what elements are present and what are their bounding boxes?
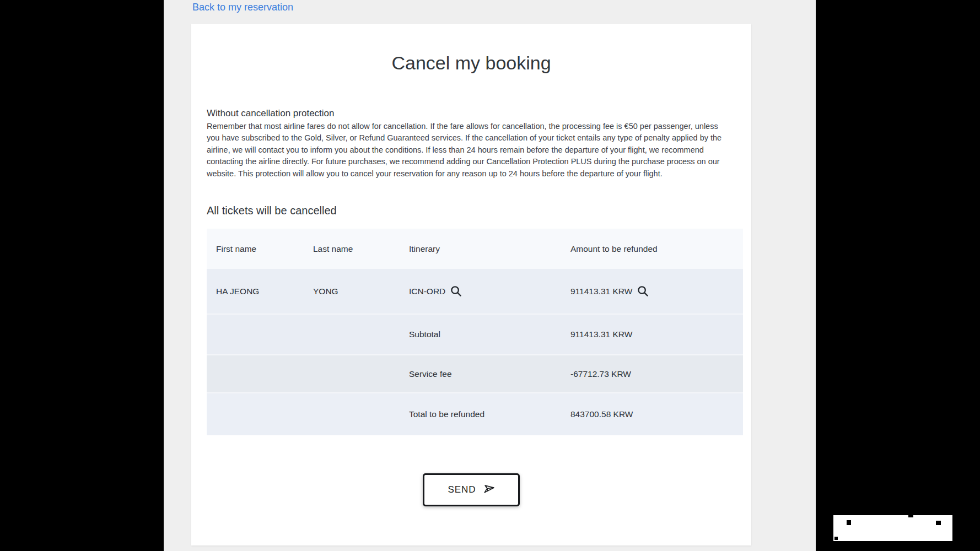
header-last-name: Last name — [313, 244, 409, 254]
refund-table: First name Last name Itinerary Amount to… — [207, 229, 743, 435]
render-artifact-box — [833, 515, 952, 541]
section-heading: All tickets will be cancelled — [207, 204, 337, 217]
amount-details-button[interactable] — [637, 285, 649, 298]
magnifier-icon — [450, 285, 462, 298]
subtotal-row: Subtotal 911413.31 KRW — [207, 315, 743, 354]
send-button[interactable]: SEND — [423, 473, 520, 506]
passenger-last-name: YONG — [313, 287, 409, 296]
header-amount: Amount to be refunded — [570, 244, 743, 254]
magnifier-icon — [637, 285, 649, 298]
paper-plane-icon — [483, 483, 495, 498]
table-header-row: First name Last name Itinerary Amount to… — [207, 229, 743, 269]
passenger-refund-amount: 911413.31 KRW — [570, 287, 632, 296]
passenger-itinerary: ICN-ORD — [409, 287, 445, 296]
info-paragraph: Remember that most airline fares do not … — [207, 121, 730, 180]
info-heading: Without cancellation protection — [207, 108, 335, 119]
itinerary-details-button[interactable] — [450, 285, 462, 298]
service-fee-row: Service fee -67712.73 KRW — [207, 355, 743, 392]
letterbox-right — [816, 0, 980, 551]
passenger-first-name: HA JEONG — [216, 287, 313, 296]
subtotal-value: 911413.31 KRW — [570, 329, 743, 339]
service-fee-label: Service fee — [409, 369, 570, 379]
total-row: Total to be refunded 843700.58 KRW — [207, 393, 743, 435]
service-fee-value: -67712.73 KRW — [570, 369, 743, 379]
header-itinerary: Itinerary — [409, 244, 570, 254]
total-value: 843700.58 KRW — [570, 409, 743, 419]
cancel-booking-card: Cancel my booking Without cancellation p… — [191, 24, 751, 545]
total-label: Total to be refunded — [409, 409, 570, 419]
send-button-label: SEND — [448, 484, 476, 495]
letterbox-left — [0, 0, 164, 551]
passenger-row: HA JEONG YONG ICN-ORD 911413.31 KRW — [207, 269, 743, 314]
subtotal-label: Subtotal — [409, 329, 570, 339]
page-title: Cancel my booking — [191, 52, 751, 74]
header-first-name: First name — [216, 244, 313, 254]
back-to-reservation-link[interactable]: Back to my reservation — [192, 2, 293, 13]
